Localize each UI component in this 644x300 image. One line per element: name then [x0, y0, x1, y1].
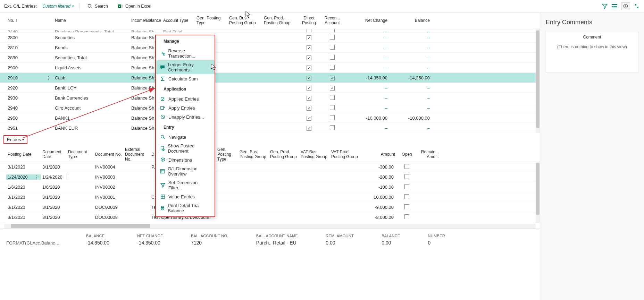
collapse-factbox-icon[interactable] — [634, 3, 640, 9]
col-gen-posting-type-b[interactable]: Gen. Posting Type — [216, 146, 238, 163]
checkbox[interactable] — [330, 86, 335, 91]
checkbox[interactable] — [330, 55, 335, 60]
col-gen-bus-group-b[interactable]: Gen. Bus. Posting Group — [238, 148, 269, 161]
col-direct-posting[interactable]: Direct Posting — [299, 14, 319, 28]
filter-pane-icon[interactable] — [602, 3, 608, 9]
col-open[interactable]: Open — [396, 151, 417, 158]
checkbox[interactable] — [404, 164, 409, 169]
col-document-date[interactable]: Document Date — [41, 148, 67, 161]
col-amount[interactable]: Amount — [362, 151, 396, 158]
col-gen-prod-group[interactable]: Gen. Prod. Posting Group — [262, 14, 299, 28]
gl-account-row[interactable]: 2900Liquid AssetsBalance Sheet–– — [0, 63, 540, 73]
gl-account-row[interactable]: 2440Purchase Prepayments, TotalBalance S… — [0, 29, 540, 33]
checkbox[interactable] — [404, 204, 409, 209]
entry-row[interactable]: 1/6/20201/6/2020INV00002-100.00 — [0, 182, 540, 192]
checkbox[interactable] — [404, 174, 409, 179]
entry-row[interactable]: 3/1/20203/1/2020DOC00008Test Open Entry … — [0, 212, 540, 222]
checkbox[interactable] — [330, 65, 335, 70]
horizontal-scrollbar[interactable] — [4, 224, 536, 229]
gl-account-row[interactable]: 2800SecuritiesBalance Sheet–– — [0, 33, 540, 43]
menu-item-set-dimension-filter[interactable]: Set Dimension Filter... — [156, 178, 215, 192]
menu-item-unapply-entries[interactable]: Unapply Entries... — [156, 112, 215, 121]
checkbox[interactable] — [404, 214, 409, 219]
menu-item-print-detail-trial-balance[interactable]: Print Detail Trial Balance — [156, 201, 215, 215]
col-gen-prod-group-b[interactable]: Gen. Prod. Posting Group — [269, 148, 299, 161]
col-document-type[interactable]: Document Type — [67, 148, 94, 161]
row-actions-button[interactable]: ⋮ — [33, 174, 40, 180]
menu-item-calculate-sum[interactable]: Calculate Sum — [156, 74, 215, 83]
checkbox[interactable] — [307, 45, 311, 50]
col-gen-posting-type[interactable]: Gen. Posting Type — [195, 14, 228, 28]
checkbox[interactable] — [307, 76, 311, 80]
checkbox[interactable] — [404, 184, 409, 189]
entry-row[interactable]: 3/1/20203/1/2020INV00001Cash10,000.00 — [0, 192, 540, 202]
list-view-icon[interactable] — [611, 3, 618, 9]
col-no[interactable]: No. ↑ — [6, 16, 53, 25]
col-posting-date[interactable]: Posting Date — [6, 151, 41, 158]
info-icon[interactable] — [621, 2, 630, 10]
col-vat-bus[interactable]: VAT Bus. Posting Group — [299, 148, 330, 161]
col-gen-bus-group[interactable]: Gen. Bus. Posting Group — [228, 14, 262, 28]
checkbox[interactable] — [330, 35, 335, 40]
checkbox[interactable] — [307, 66, 311, 70]
gl-account-row[interactable]: 2920Bank, LCYBalance Sheet–– — [0, 83, 540, 93]
open-in-excel-button[interactable]: X Open in Excel — [116, 2, 153, 10]
checkbox[interactable] — [307, 116, 311, 121]
scroll-thumb[interactable] — [536, 31, 540, 128]
gl-account-row[interactable]: 2810BondsBalance Sheet–– — [0, 43, 540, 53]
hscroll-thumb[interactable] — [11, 224, 150, 228]
menu-item-ledger-entry-comments[interactable]: Ledger Entry Comments — [156, 60, 215, 74]
entry-row[interactable]: 3/1/20203/1/2020INV00004P...-300.00 — [0, 162, 540, 172]
gl-account-row[interactable]: 2910CashBalance Sheet-14,350.00-14,350.0… — [0, 73, 540, 83]
menu-item-applied-entries[interactable]: Applied Entries — [156, 94, 215, 103]
checkbox[interactable] — [307, 55, 311, 60]
col-external-doc-no[interactable]: External Document No. — [124, 146, 150, 163]
checkbox[interactable] — [307, 35, 311, 40]
menu-item-dimensions[interactable]: Dimensions — [156, 155, 215, 164]
menu-item-apply-entries[interactable]: Apply Entries — [156, 103, 215, 112]
gl-account-row[interactable]: 2951BANK EURBalance Sheet–– — [0, 123, 540, 133]
vertical-scrollbar[interactable] — [536, 29, 540, 133]
col-name[interactable]: Name — [53, 16, 130, 25]
menu-item-g-l-dimension-overview[interactable]: G/L Dimension Overview — [156, 164, 215, 178]
search-button[interactable]: Search — [85, 2, 110, 10]
col-income-balance[interactable]: Income/Balance — [130, 16, 162, 25]
menu-item-show-posted-document[interactable]: Show Posted Document — [156, 142, 215, 155]
gl-account-row[interactable]: 2930Bank CurrenciesBalance Sheet–– — [0, 93, 540, 103]
col-account-type[interactable]: Account Type — [162, 16, 195, 25]
checkbox[interactable] — [307, 126, 311, 131]
comments-column-header[interactable]: Comment — [550, 35, 634, 40]
menu-item-value-entries[interactable]: Value Entries — [156, 192, 215, 201]
row-actions-button[interactable]: ⋮ — [45, 75, 51, 81]
cell-posting-date: 1/6/2020 — [6, 185, 41, 190]
col-document-no[interactable]: Document No. — [94, 151, 124, 158]
menu-item-reverse-transaction[interactable]: Reverse Transaction... — [156, 46, 215, 60]
col-remaining[interactable]: Remain... Amo... — [417, 148, 440, 161]
scroll-thumb-b[interactable] — [536, 163, 540, 215]
checkbox[interactable] — [330, 105, 335, 110]
checkbox[interactable] — [307, 86, 311, 91]
col-recon-account[interactable]: Recon... Account — [319, 14, 345, 28]
vertical-scrollbar-b[interactable] — [536, 162, 540, 223]
checkbox[interactable] — [330, 125, 335, 130]
entry-row[interactable]: 3/1/20203/1/2020DOC00009Test Open Entry … — [0, 202, 540, 212]
gl-account-row[interactable]: 2940Giro AccountBalance Sheet–– — [0, 103, 540, 113]
checkbox[interactable] — [330, 76, 335, 80]
col-net-change[interactable]: Net Change — [345, 16, 390, 25]
gl-account-row[interactable]: 2950BANK1Balance Sheet-10,000.00-10,000.… — [0, 113, 540, 123]
checkbox[interactable] — [307, 96, 311, 101]
filter-dropdown[interactable]: Custom filtered ▾ — [42, 4, 74, 9]
checkbox[interactable] — [307, 29, 311, 33]
menu-item-navigate[interactable]: Navigate — [156, 132, 215, 142]
checkbox[interactable] — [330, 45, 335, 50]
entries-dropdown-button[interactable]: Entries ▾ — [3, 135, 27, 144]
checkbox[interactable] — [330, 95, 335, 100]
checkbox[interactable] — [330, 29, 335, 33]
checkbox[interactable] — [330, 115, 335, 120]
col-vat-prod[interactable]: VAT Prod. Posting Group — [330, 148, 362, 161]
checkbox[interactable] — [404, 194, 409, 199]
gl-account-row[interactable]: 2890Securities, TotalBalance Sheet–– — [0, 53, 540, 63]
col-balance[interactable]: Balance — [390, 16, 433, 25]
entry-row[interactable]: 1/24/20201/24/2020INV00003-200.00⋮ — [0, 172, 540, 182]
checkbox[interactable] — [307, 106, 311, 111]
